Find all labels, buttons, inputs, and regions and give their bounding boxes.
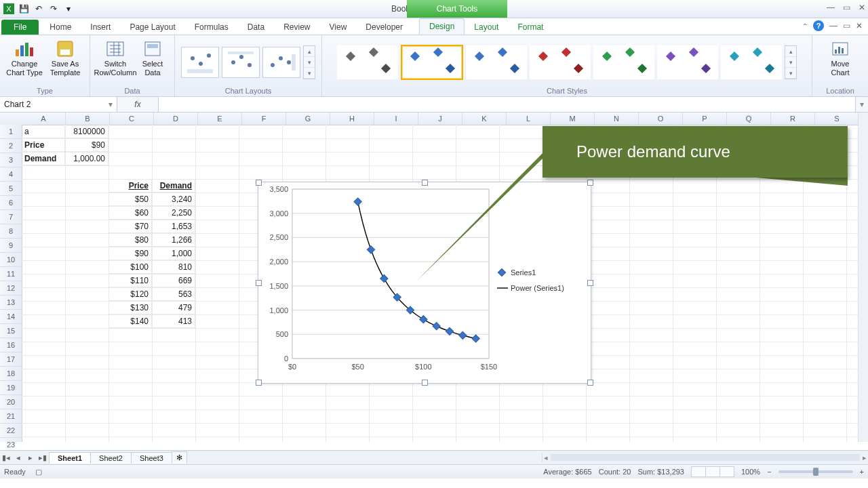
column-header[interactable]: C [110,113,154,125]
chart-styles-scroll[interactable]: ▴▾▾ [785,45,797,79]
row-header[interactable]: 16 [0,338,22,352]
move-chart-button[interactable]: Move Chart [822,39,859,77]
zoom-out-icon[interactable]: − [767,468,771,476]
formula-bar-expand-icon[interactable]: ▾ [855,97,868,112]
cell[interactable]: 563 [152,287,195,301]
cell[interactable]: $120 [108,287,152,301]
cell[interactable]: 3,240 [152,192,195,206]
tab-review[interactable]: Review [274,20,319,35]
cell[interactable]: Price [108,179,152,192]
column-header[interactable]: E [198,113,242,125]
workbook-close-icon[interactable]: ✕ [856,21,863,30]
ribbon-minimize-icon[interactable]: ⌃ [802,22,808,30]
zoom-in-icon[interactable]: + [860,468,864,476]
embedded-chart[interactable]: 05001,0001,5002,0002,5003,0003,500$0$50$… [258,182,591,384]
cell[interactable]: $90 [65,138,108,152]
cell[interactable]: 1,000.00 [65,152,108,165]
row-header[interactable]: 10 [0,253,22,267]
cell[interactable]: $130 [108,301,152,314]
namebox-dropdown-icon[interactable]: ▾ [108,100,113,109]
column-header[interactable]: N [595,113,639,125]
tab-formulas[interactable]: Formulas [185,20,238,35]
cell[interactable]: Price [22,138,65,152]
cell[interactable]: $110 [108,274,152,287]
fx-label[interactable]: fx [117,97,159,112]
row-header[interactable]: 21 [0,409,22,424]
chart-style-thumb[interactable] [401,45,463,80]
switch-row-column-button[interactable]: Switch Row/Column [97,39,134,77]
chart-style-thumb[interactable] [530,45,591,79]
column-headers[interactable]: ABCDEFGHIJKLMNOPQRS [0,113,868,125]
column-header[interactable]: A [22,113,66,125]
sheet-tab-2[interactable]: Sheet2 [90,452,132,464]
cell[interactable]: 8100000 [65,125,108,138]
row-header[interactable]: 18 [0,367,22,381]
sheet-tab-1[interactable]: Sheet1 [49,452,91,464]
window-minimize-icon[interactable]: — [827,3,835,12]
select-data-button[interactable]: Select Data [138,39,167,77]
cell[interactable]: 479 [152,301,195,314]
qat-redo-icon[interactable]: ↷ [47,3,60,15]
workbook-restore-icon[interactable]: ▭ [843,21,850,30]
row-header[interactable]: 11 [0,267,22,281]
name-box[interactable]: Chart 2▾ [0,97,117,112]
row-header[interactable]: 9 [0,239,22,253]
row-header[interactable]: 4 [0,167,22,182]
save-as-template-button[interactable]: Save As Template [47,39,83,77]
row-header[interactable]: 15 [0,324,22,338]
chart-layout-thumb[interactable] [222,47,260,78]
tab-insert[interactable]: Insert [81,20,120,35]
tab-developer[interactable]: Developer [356,20,412,35]
row-header[interactable]: 20 [0,395,22,409]
worksheet-grid[interactable]: ABCDEFGHIJKLMNOPQRS 12345678910111213141… [0,113,868,451]
tab-page-layout[interactable]: Page Layout [120,20,184,35]
qat-customize-icon[interactable]: ▾ [62,3,75,15]
chart-style-thumb[interactable] [593,45,654,79]
cell[interactable]: $60 [108,206,152,220]
row-header[interactable]: 5 [0,182,22,196]
workbook-minimize-icon[interactable]: — [829,21,837,30]
tab-design[interactable]: Design [419,18,465,35]
view-buttons[interactable] [691,466,734,477]
chart-style-thumb[interactable] [721,45,782,79]
chart-style-thumb[interactable] [337,45,398,79]
cell[interactable]: 2,250 [152,206,195,220]
sheet-tab-3[interactable]: Sheet3 [131,452,172,464]
column-header[interactable]: F [242,113,286,125]
macro-record-icon[interactable]: ▢ [35,468,42,476]
row-header[interactable]: 2 [0,139,22,153]
cell[interactable]: $100 [108,260,152,274]
column-header[interactable]: G [286,113,330,125]
row-header[interactable]: 17 [0,352,22,367]
tab-format[interactable]: Format [508,20,553,35]
cell[interactable]: 1,266 [152,233,195,247]
cell[interactable]: Demand [152,179,195,192]
sheet-nav-buttons[interactable]: ▮◂◂▸▸▮ [0,453,50,462]
horizontal-scrollbar[interactable]: ◂▸ [542,453,868,462]
column-header[interactable]: K [462,113,507,125]
row-header[interactable]: 23 [0,438,22,451]
chart-style-thumb[interactable] [466,45,527,79]
tab-layout[interactable]: Layout [465,20,508,35]
column-header[interactable]: B [66,113,110,125]
row-headers[interactable]: 123456789101112131415161718192021222324 [0,125,22,442]
cell[interactable]: 1,000 [152,247,195,260]
column-header[interactable]: Q [727,113,771,125]
cell[interactable]: $70 [108,220,152,233]
row-header[interactable]: 13 [0,296,22,310]
cell[interactable]: 1,653 [152,220,195,233]
row-header[interactable]: 3 [0,153,22,167]
chart-layouts-gallery[interactable]: ▴▾▾ [181,37,315,85]
cell[interactable]: 810 [152,260,195,274]
vertical-scrollbar[interactable] [858,113,868,442]
cell[interactable]: a [22,125,65,138]
tab-view[interactable]: View [320,20,357,35]
row-header[interactable]: 14 [0,310,22,324]
new-sheet-button[interactable]: ✻ [172,451,187,464]
chart-layouts-scroll[interactable]: ▴▾▾ [303,45,315,79]
qat-undo-icon[interactable]: ↶ [33,3,45,15]
help-icon[interactable]: ? [813,20,824,31]
column-header[interactable]: L [507,113,551,125]
formula-input[interactable] [159,97,855,112]
column-header[interactable]: S [815,113,859,125]
